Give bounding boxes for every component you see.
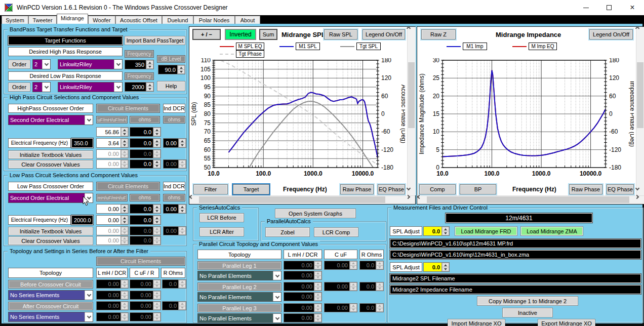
spl-target-button[interactable]: Target (233, 184, 269, 194)
spinner-down-button[interactable] (146, 65, 153, 69)
spinner-buttons[interactable] (146, 60, 153, 69)
leg2-r-value[interactable]: 0.0 (360, 282, 376, 291)
inactive-button[interactable]: Inactive (502, 308, 553, 317)
leg3-r-spinner[interactable]: 0.0 (359, 303, 384, 312)
spinner-down-button[interactable] (153, 220, 160, 224)
before-c-value[interactable]: 0.00 (130, 280, 153, 288)
spinner-buttons[interactable] (314, 293, 321, 301)
leg1-r-value[interactable]: 0.0 (360, 261, 376, 269)
chevron-down-icon[interactable] (114, 83, 122, 92)
spinner-buttons[interactable] (153, 216, 160, 224)
spl-adjust2-spinner[interactable]: 0.0 (423, 262, 450, 272)
imp-scroll-down-button[interactable] (636, 187, 639, 190)
spinner-buttons[interactable] (153, 280, 160, 288)
spinner-up-button[interactable] (121, 227, 128, 231)
spinner-buttons[interactable] (376, 261, 383, 269)
spl-plus-minus-button[interactable]: + / − (192, 29, 221, 40)
spinner-buttons[interactable] (441, 227, 449, 235)
spinner-down-button[interactable] (350, 287, 357, 291)
spinner-down-button[interactable] (121, 154, 128, 158)
spinner-down-button[interactable] (121, 306, 128, 310)
leg1-l-value[interactable]: 0.00 (284, 261, 314, 269)
before-sel-c-value[interactable]: 0.00 (130, 291, 153, 299)
lcr-before-button[interactable]: LCR Before (199, 213, 244, 222)
lp-target-frequency-value[interactable]: 2000 (125, 83, 146, 91)
spinner-down-button[interactable] (314, 297, 321, 301)
after-sel-c-value[interactable]: 0.00 (130, 313, 153, 321)
spinner-buttons[interactable] (120, 280, 128, 288)
spinner-up-button[interactable] (153, 139, 160, 143)
before-c-spinner[interactable]: 0.00 (130, 279, 161, 289)
leg1-elements-select[interactable]: No Parallel Elements (197, 271, 281, 280)
leg1-c-spinner[interactable]: 0.00 (324, 261, 357, 270)
lp-type-select[interactable]: LinkwitzRiley (58, 82, 123, 92)
hp-c1-spinner[interactable]: 56.86 (96, 127, 129, 137)
spinner-up-button[interactable] (350, 304, 357, 308)
imp-bp-button[interactable]: BP (460, 184, 496, 194)
hp-clear-crossover-button[interactable]: Clear Crossover Values (8, 160, 93, 169)
hp-target-frequency-spinner[interactable]: 350 (125, 60, 154, 69)
spinner-down-button[interactable] (376, 308, 383, 312)
leg1-sel-spinner[interactable]: 0.00 (284, 271, 322, 280)
lp-order-electrical-select[interactable]: Second Order Electrical (8, 193, 93, 203)
hp-r4-spinner[interactable]: 0.0 (130, 159, 161, 169)
after-l-spinner[interactable]: 0.00 (96, 301, 129, 310)
spinner-up-button[interactable] (314, 293, 321, 297)
spl-eq-phase-button[interactable]: EQ Phase (378, 184, 405, 194)
spinner-down-button[interactable] (153, 165, 160, 169)
leg3-c-spinner[interactable]: 0.00 (324, 303, 357, 312)
spinner-up-button[interactable] (121, 150, 128, 154)
spinner-up-button[interactable] (442, 227, 449, 231)
hp-r2-spinner[interactable]: 0.0 (130, 138, 161, 148)
spinner-buttons[interactable] (376, 304, 383, 312)
hp-r1-value[interactable]: 0.0 (130, 128, 153, 136)
spinner-up-button[interactable] (179, 205, 186, 209)
spinner-down-button[interactable] (153, 241, 160, 245)
after-elements-select[interactable]: No Series Elements (8, 312, 93, 322)
lp-order-select[interactable]: 2 (32, 82, 51, 92)
spinner-down-button[interactable] (153, 154, 160, 158)
spinner-up-button[interactable] (121, 291, 128, 296)
chevron-down-icon[interactable] (42, 83, 50, 92)
imp-scroll-right-button[interactable] (635, 195, 638, 198)
zobel-button[interactable]: Zobel (265, 227, 310, 237)
spinner-up-button[interactable] (121, 302, 128, 306)
spinner-up-button[interactable] (153, 227, 160, 231)
spinner-down-button[interactable] (121, 209, 128, 213)
spinner-buttons[interactable] (153, 227, 160, 235)
lp-c1-spinner[interactable]: 0.00 (96, 215, 129, 225)
leg2-r-spinner[interactable]: 0.0 (359, 282, 384, 291)
chevron-down-icon[interactable] (273, 271, 281, 280)
close-button[interactable]: × (621, 0, 644, 15)
spinner-down-button[interactable] (121, 317, 128, 321)
spinner-down-button[interactable] (153, 284, 160, 289)
spinner-buttons[interactable] (120, 227, 128, 235)
spinner-buttons[interactable] (120, 160, 128, 168)
lp-l1-value[interactable]: 0.00 (97, 205, 120, 213)
spinner-buttons[interactable] (178, 302, 186, 310)
spinner-down-button[interactable] (350, 266, 357, 270)
imp-raw-phase-button[interactable]: Raw Phase (569, 184, 602, 194)
lp-dcr2-spinner[interactable]: 0.00 (163, 226, 186, 235)
tab-polar-nodes[interactable]: Polar Nodes (193, 16, 235, 24)
spinner-buttons[interactable] (178, 205, 186, 213)
hp-dcr2-value[interactable]: 0.00 (164, 160, 178, 168)
spinner-down-button[interactable] (121, 165, 128, 169)
spinner-buttons[interactable] (153, 302, 160, 310)
spinner-down-button[interactable] (146, 87, 153, 91)
spl-scroll-left-button[interactable] (190, 195, 193, 198)
before-l-spinner[interactable]: 0.00 (96, 279, 129, 289)
spinner-up-button[interactable] (153, 313, 160, 317)
after-c-spinner[interactable]: 0.00 (130, 301, 161, 310)
spinner-buttons[interactable] (178, 227, 186, 235)
lp-initialize-textbook-button[interactable]: Initialize Textbook Values (8, 227, 93, 235)
leg1-r-spinner[interactable]: 0.0 (359, 261, 384, 270)
db-level-value[interactable]: 90.0 (158, 65, 177, 74)
spinner-up-button[interactable] (153, 280, 160, 284)
after-r-spinner[interactable]: 0.0 (162, 301, 186, 310)
lp-c2-spinner[interactable]: 0.00 (96, 236, 129, 245)
open-system-graphs-button[interactable]: Open System Graphs (275, 209, 356, 218)
lp-r1-spinner[interactable]: 0.0 (130, 204, 161, 214)
spinner-down-button[interactable] (179, 209, 186, 213)
spinner-up-button[interactable] (350, 261, 357, 266)
